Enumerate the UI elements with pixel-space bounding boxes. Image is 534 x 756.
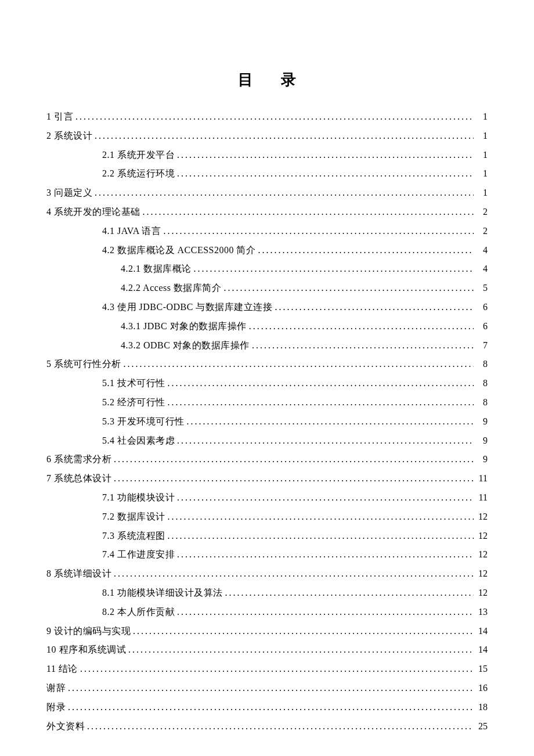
toc-entry-label: 4 系统开发的理论基础 (46, 203, 140, 222)
toc-entry: 7.1 功能模块设计11 (46, 488, 488, 507)
toc-entry-label: 附录 (46, 698, 66, 717)
toc-entry: 2.1 系统开发平台1 (46, 146, 488, 165)
toc-leader-dots (194, 260, 474, 279)
toc-leader-dots (114, 564, 474, 584)
toc-entry-page: 13 (476, 603, 488, 622)
toc-title: 目录 (46, 70, 488, 90)
toc-entry-label: 4.1 JAVA 语言 (102, 222, 161, 241)
toc-entry-label: 8 系统详细设计 (46, 564, 111, 584)
toc-entry-page: 15 (476, 660, 488, 679)
toc-entry-label: 4.2.1 数据库概论 (121, 260, 192, 279)
toc-leader-dots (168, 393, 474, 412)
toc-entry: 7.4 工作进度安排12 (46, 545, 488, 564)
toc-entry-label: 1 引言 (46, 107, 73, 127)
toc-entry-label: 4.3 使用 JDBC-ODBC 与数据库建立连接 (102, 298, 272, 317)
toc-entry-page: 8 (476, 355, 488, 374)
toc-entry-page: 9 (476, 412, 488, 431)
toc-entry: 4.2.1 数据库概论4 (46, 260, 488, 279)
toc-entry-page: 14 (476, 622, 488, 641)
toc-entry-label: 6 系统需求分析 (46, 450, 111, 469)
toc-entry-page: 9 (476, 450, 488, 469)
toc-entry-label: 10 程序和系统调试 (46, 640, 126, 660)
toc-leader-dots (87, 717, 474, 736)
toc-entry: 5.3 开发环境可行性9 (46, 412, 488, 431)
toc-entry: 4.3.2 ODBC 对象的数据库操作7 (46, 336, 488, 355)
toc-entry: 4.3.1 JDBC 对象的数据库操作6 (46, 317, 488, 336)
toc-leader-dots (80, 660, 474, 679)
toc-entry-page: 12 (476, 507, 488, 527)
toc-leader-dots (252, 336, 474, 355)
toc-entry-label: 2 系统设计 (46, 127, 92, 146)
toc-entry-label: 5.1 技术可行性 (102, 374, 165, 393)
toc-entry-page: 18 (476, 698, 488, 717)
toc-leader-dots (168, 507, 474, 527)
toc-entry: 4.2.2 Access 数据库简介5 (46, 279, 488, 298)
toc-entry-label: 11 结论 (46, 660, 78, 679)
toc-entry-page: 7 (476, 336, 488, 355)
toc-entry-label: 9 设计的编码与实现 (46, 622, 131, 641)
toc-entry: 外文资料25 (46, 717, 488, 736)
toc-leader-dots (68, 679, 474, 698)
toc-entry: 5.1 技术可行性8 (46, 374, 488, 393)
toc-entry-label: 2.2 系统运行环境 (102, 164, 175, 183)
toc-entry-page: 9 (476, 431, 488, 451)
document-page: 目录 1 引言12 系统设计12.1 系统开发平台12.2 系统运行环境13 问… (0, 0, 534, 756)
toc-entry: 8.2 本人所作贡献13 (46, 603, 488, 622)
toc-leader-dots (143, 203, 474, 222)
toc-entry-label: 5.4 社会因素考虑 (102, 431, 175, 451)
toc-entry-page: 1 (476, 107, 488, 127)
toc-entry: 10 程序和系统调试14 (46, 640, 488, 660)
toc-entry-page: 12 (476, 564, 488, 584)
toc-entry-label: 3 问题定义 (46, 183, 92, 203)
toc-entry: 附录18 (46, 698, 488, 717)
toc-leader-dots (177, 146, 474, 165)
toc-entry-page: 11 (476, 488, 488, 507)
toc-leader-dots (114, 450, 474, 469)
toc-leader-dots (177, 164, 474, 183)
toc-leader-dots (177, 488, 474, 507)
toc-entry-page: 12 (476, 545, 488, 564)
toc-entry: 4 系统开发的理论基础2 (46, 203, 488, 222)
toc-entry-label: 7.3 系统流程图 (102, 527, 165, 546)
toc-entry-page: 4 (476, 241, 488, 260)
toc-leader-dots (168, 527, 474, 546)
toc-entry: 11 结论15 (46, 660, 488, 679)
toc-entry: 5 系统可行性分析8 (46, 355, 488, 374)
toc-entry-page: 12 (476, 584, 488, 603)
toc-entry: 4.2 数据库概论及 ACCESS2000 简介4 (46, 241, 488, 260)
toc-leader-dots (163, 222, 474, 241)
toc-entry-page: 2 (476, 222, 488, 241)
toc-entry-label: 4.3.1 JDBC 对象的数据库操作 (121, 317, 247, 336)
toc-entry: 7.3 系统流程图12 (46, 527, 488, 546)
toc-entry-page: 1 (476, 127, 488, 146)
toc-leader-dots (133, 622, 474, 641)
toc-entry-page: 2 (476, 203, 488, 222)
toc-entry-page: 1 (476, 183, 488, 203)
toc-leader-dots (95, 127, 474, 146)
toc-entry-label: 4.2 数据库概论及 ACCESS2000 简介 (102, 241, 255, 260)
toc-entry: 9 设计的编码与实现14 (46, 622, 488, 641)
toc-entry: 2.2 系统运行环境1 (46, 164, 488, 183)
toc-leader-dots (225, 584, 474, 603)
toc-entry: 5.4 社会因素考虑9 (46, 431, 488, 451)
toc-leader-dots (275, 298, 474, 317)
toc-entry-label: 2.1 系统开发平台 (102, 146, 175, 165)
toc-leader-dots (249, 317, 474, 336)
toc-entry: 8.1 功能模块详细设计及算法12 (46, 584, 488, 603)
toc-entry-page: 16 (476, 679, 488, 698)
toc-entry-label: 5.3 开发环境可行性 (102, 412, 185, 431)
toc-leader-dots (128, 640, 474, 660)
toc-entry: 7.2 数据库设计12 (46, 507, 488, 527)
toc-entry-label: 谢辞 (46, 679, 66, 698)
toc-entry: 4.3 使用 JDBC-ODBC 与数据库建立连接6 (46, 298, 488, 317)
toc-entry-label: 4.3.2 ODBC 对象的数据库操作 (121, 336, 250, 355)
toc-leader-dots (223, 279, 474, 298)
toc-entry-page: 1 (476, 164, 488, 183)
toc-entry: 6 系统需求分析9 (46, 450, 488, 469)
toc-entry: 5.2 经济可行性8 (46, 393, 488, 412)
toc-entry: 1 引言1 (46, 107, 488, 127)
toc-entry-page: 6 (476, 317, 488, 336)
toc-entry-label: 7.1 功能模块设计 (102, 488, 175, 507)
toc-leader-dots (187, 412, 474, 431)
toc-entry: 谢辞16 (46, 679, 488, 698)
